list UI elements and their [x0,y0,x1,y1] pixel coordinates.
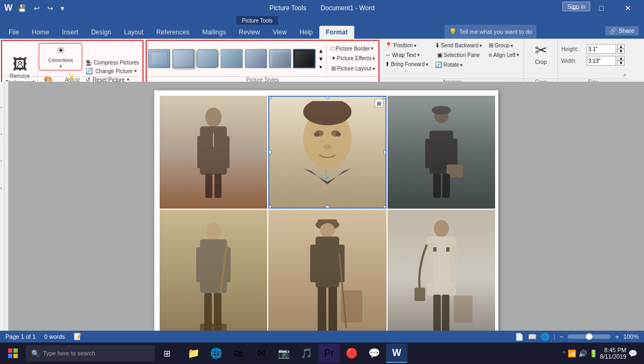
svg-rect-45 [204,293,212,331]
width-input[interactable] [586,56,616,66]
tab-file[interactable]: File [2,26,25,39]
styles-scroll-down[interactable]: ▼ [317,55,325,62]
tab-references[interactable]: References [150,26,196,39]
read-mode-view[interactable]: 📖 [528,333,536,341]
corrections-button[interactable]: ☀ Corrections ▾ [39,43,82,70]
styles-scroll-more[interactable]: ▾ [317,63,325,70]
photo-collage: ⊞ [160,96,494,331]
clock[interactable]: 8:45 PM 8/11/2019 [600,347,626,360]
picture-effects-button[interactable]: ✦ Picture Effects ▾ [329,54,377,63]
bring-forward-button[interactable]: ⬆ Bring Forward ▾ [383,60,431,69]
taskbar-chat[interactable]: 💬 [363,344,385,363]
redo-button[interactable]: ↪ [45,3,55,13]
wrap-text-button[interactable]: ↔ Wrap Text ▾ [383,51,431,59]
style-thumb-6[interactable] [269,49,291,68]
taskbar-apps: 📁 🌐 🛍 ✉ 📷 🎵 Pr 🔴 💬 W [183,344,407,363]
style-thumb-5[interactable] [245,49,267,68]
tab-layout[interactable]: Layout [118,26,150,39]
tab-help[interactable]: Help [293,26,319,39]
tab-mailings[interactable]: Mailings [196,26,232,39]
web-layout-view[interactable]: 🌐 [541,333,549,341]
photo-2[interactable]: ⊞ [268,96,387,209]
taskbar-store[interactable]: 🛍 [228,344,249,363]
size-dialog-launcher[interactable]: ↗ [622,73,627,78]
taskbar-explorer[interactable]: 📁 [183,344,204,363]
svg-rect-46 [214,293,221,331]
system-tray: ^ 📶 🔊 🔋 8:45 PM 8/11/2019 💬 [563,347,642,360]
style-thumb-1[interactable] [148,49,170,68]
svg-rect-19 [214,174,221,198]
date-display: 8/11/2019 [600,353,626,360]
height-up[interactable]: ▲ [617,44,625,49]
start-button[interactable] [2,344,24,363]
style-thumb-3[interactable] [196,49,219,68]
style-thumb-7[interactable] [293,49,316,68]
maximize-button[interactable]: □ [589,1,613,16]
selection-pane-button[interactable]: ▣ Selection Pane [433,51,484,60]
taskbar-search[interactable]: 🔍 Type here to search [26,345,155,361]
taskbar-photos[interactable]: 📷 [273,344,295,363]
svg-rect-18 [205,174,212,198]
svg-text:3: 3 [0,160,3,162]
word-icon: W [4,3,12,13]
compress-pictures-button[interactable]: 🗜 Compress Pictures [83,59,141,67]
width-up[interactable]: ▲ [617,56,625,61]
svg-rect-50 [316,237,339,288]
rotate-button[interactable]: 🔄 Rotate ▾ [433,60,484,69]
tab-insert[interactable]: Insert [55,26,84,39]
task-view-button[interactable]: ⊞ [157,344,176,363]
battery-icon: 🔋 [589,349,598,358]
tab-design[interactable]: Design [84,26,117,39]
title-bar-right: Sign in — □ ✕ [563,1,640,16]
signin-button[interactable]: Sign in [562,2,590,11]
taskbar-word[interactable]: W [386,344,407,363]
zoom-in-button[interactable]: + [615,333,619,341]
zoom-out-button[interactable]: − [560,333,564,341]
anchor-icon: ⚓ [321,170,330,179]
styles-scroll-up[interactable]: ▲ [317,47,325,54]
zoom-slider[interactable] [568,334,611,339]
svg-rect-30 [434,106,448,114]
tab-home[interactable]: Home [25,26,55,39]
tab-review[interactable]: Review [232,26,266,39]
height-spinner[interactable]: ▲ ▼ [617,44,625,54]
send-backward-button[interactable]: ⬇ Send Backward ▾ [433,41,484,50]
svg-rect-70 [13,354,18,358]
undo-button[interactable]: ↩ [32,3,42,13]
title-bar-left: W 💾 ↩ ↪ ▾ [4,3,67,13]
tab-view[interactable]: View [267,26,294,39]
save-button[interactable]: 💾 [16,3,28,13]
svg-rect-40 [196,247,203,282]
customize-quick-access[interactable]: ▾ [59,3,67,13]
position-button[interactable]: 📍 Position ▾ [383,41,431,50]
vertical-ruler: 1 2 3 4 [0,82,9,331]
close-button[interactable]: ✕ [616,1,640,16]
taskbar-chrome[interactable]: 🔴 [341,344,362,363]
width-spinner[interactable]: ▲ ▼ [617,56,625,66]
change-picture-button[interactable]: 🔄 Change Picture ▾ [83,67,141,75]
picture-border-button[interactable]: □ Picture Border ▾ [329,44,377,53]
tray-expand[interactable]: ^ [563,350,566,356]
group-button[interactable]: ⊞ Group ▾ [486,41,521,50]
tell-me-box[interactable]: 💡 Tell me what you want to do [445,25,536,39]
svg-point-38 [206,223,221,240]
crop-button[interactable]: ✂ Crop [527,42,554,66]
width-down[interactable]: ▼ [617,61,625,66]
style-thumb-4[interactable] [220,49,243,68]
picture-layout-button[interactable]: ⊞ Picture Layout ▾ [329,64,377,73]
taskbar-premiere[interactable]: Pr [318,344,340,363]
notifications-button[interactable]: 💬 [628,349,638,358]
tab-format[interactable]: Format [319,26,354,39]
taskbar-edge[interactable]: 🌐 [205,344,227,363]
height-down[interactable]: ▼ [617,49,625,54]
taskbar-music[interactable]: 🎵 [296,344,317,363]
taskbar-mail[interactable]: ✉ [251,344,272,363]
zoom-thumb[interactable] [586,333,592,340]
svg-rect-69 [8,354,12,358]
height-label: Height: [561,46,585,52]
style-thumb-2[interactable] [172,49,195,68]
print-layout-view[interactable]: 📄 [515,333,524,341]
align-button[interactable]: ≡ Align Left ▾ [486,51,521,59]
share-button[interactable]: 🔗 Share [605,26,639,35]
height-input[interactable] [586,44,616,54]
